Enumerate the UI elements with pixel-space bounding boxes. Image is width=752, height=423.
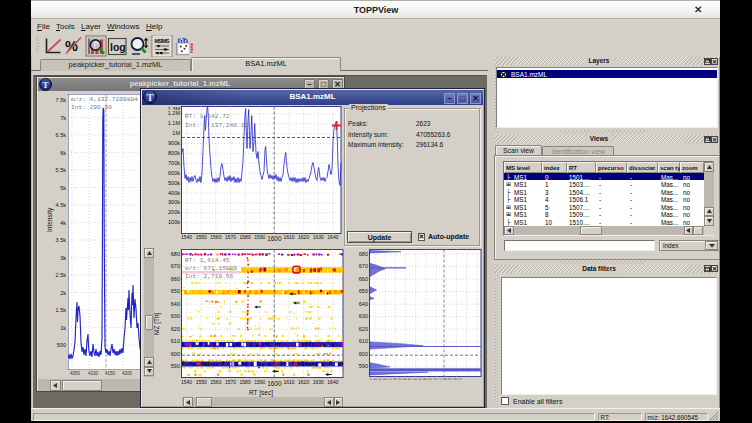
svg-text:Int: 2,718.56: Int: 2,718.56 xyxy=(185,273,234,280)
svg-text:MS/MS: MS/MS xyxy=(155,38,170,44)
svg-text:%: % xyxy=(65,38,78,54)
svg-text:m/z: 671.15089: m/z: 671.15089 xyxy=(185,265,237,272)
svg-text:RT: 1,642.72: RT: 1,642.72 xyxy=(185,112,230,119)
svg-text:Int: 290.00: Int: 290.00 xyxy=(71,104,112,111)
svg-text:Int: 1,137,240.12: Int: 1,137,240.12 xyxy=(185,121,248,128)
svg-text:RT: 1,614.45: RT: 1,614.45 xyxy=(185,257,230,264)
svg-text:T: T xyxy=(147,92,154,103)
svg-text:m/z: 4,137.7299804: m/z: 4,137.7299804 xyxy=(71,96,138,103)
svg-text:log: log xyxy=(110,41,126,53)
svg-text:T: T xyxy=(42,80,48,90)
